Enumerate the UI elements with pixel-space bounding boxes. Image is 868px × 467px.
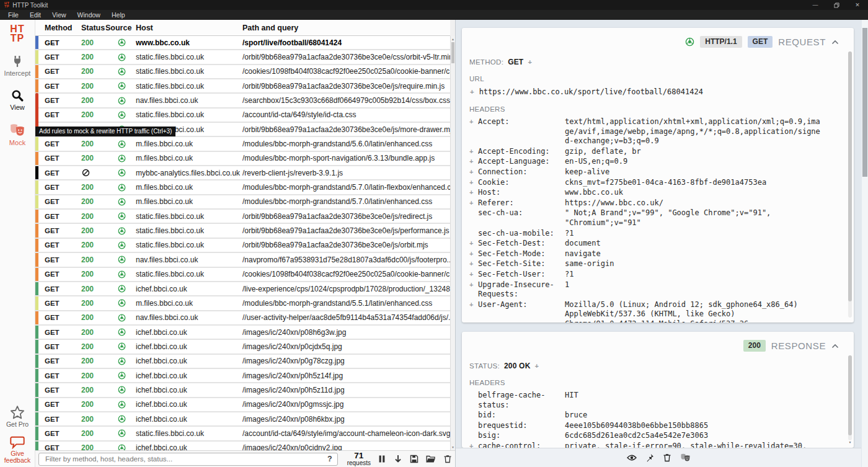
sidebar-item-view[interactable]: View	[10, 89, 25, 111]
add-icon[interactable]: +	[469, 178, 478, 188]
add-icon[interactable]: +	[469, 147, 478, 157]
add-icon[interactable]: +	[469, 280, 478, 300]
filter-box[interactable]: ?	[38, 453, 338, 466]
sidebar-item-intercept[interactable]: Intercept	[4, 55, 31, 77]
header-row[interactable]: belfrage-cache-status: HIT	[469, 391, 844, 410]
header-row[interactable]: + Accept: text/html,application/xhtml+xm…	[469, 117, 844, 146]
add-icon[interactable]: +	[469, 157, 478, 167]
pause-icon[interactable]	[378, 455, 386, 463]
header-row[interactable]: + Accept-Encoding: gzip, deflate, br	[469, 147, 844, 157]
delete-icon[interactable]	[443, 455, 452, 463]
header-row[interactable]: + Connection: keep-alive	[469, 167, 844, 177]
add-icon[interactable]: +	[469, 442, 478, 448]
pull-down-icon[interactable]	[394, 455, 402, 463]
add-icon[interactable]	[469, 431, 478, 441]
add-icon[interactable]: +	[528, 58, 531, 66]
menu-edit[interactable]: Edit	[24, 11, 46, 19]
header-row[interactable]: + Sec-Fetch-User: ?1	[469, 270, 844, 280]
table-row[interactable]: GET 200 ichef.bbci.co.uk /images/ic/240x…	[35, 326, 450, 340]
add-icon[interactable]: +	[469, 239, 478, 249]
add-icon[interactable]: +	[469, 270, 478, 280]
mock-icon[interactable]	[680, 453, 691, 462]
save-icon[interactable]	[410, 455, 418, 463]
table-row[interactable]: GET 200 ichef.bbci.co.uk /images/ic/240x…	[35, 383, 450, 398]
header-row[interactable]: + Sec-Fetch-Mode: navigate	[469, 249, 844, 259]
table-row[interactable]: GET 200 static.files.bbci.co.uk /cookies…	[35, 268, 450, 282]
add-icon[interactable]: +	[469, 300, 478, 322]
response-card-header[interactable]: 200 RESPONSE	[462, 332, 854, 352]
pane-scrollbar[interactable]	[862, 20, 868, 467]
close-button[interactable]: ✕	[847, 0, 868, 10]
table-row[interactable]: GET 200 static.files.bbci.co.uk /orbit/9…	[35, 50, 450, 64]
table-row[interactable]: GET 200 nav.files.bbci.co.uk /searchbox/…	[35, 94, 450, 108]
table-row[interactable]: GET 200 ichef.bbci.co.uk /images/ic/240x…	[35, 355, 450, 369]
url-value[interactable]: https://www.bbc.co.uk/sport/live/footbal…	[479, 87, 703, 96]
header-row[interactable]: + Sec-Fetch-Site: same-origin	[469, 259, 844, 269]
filter-input[interactable]	[44, 455, 327, 463]
table-row[interactable]: GET 200 m.files.bbci.co.uk /modules/bbc-…	[35, 296, 450, 311]
table-row[interactable]: GET 200 m.files.bbci.co.uk /modules/bbc-…	[35, 195, 450, 210]
add-icon[interactable]	[469, 411, 478, 420]
header-row[interactable]: sec-ch-ua-mobile: ?1	[469, 229, 844, 239]
scroll-down-arrow-icon[interactable]: ▼	[451, 445, 455, 449]
table-row[interactable]: GET 200 m.files.bbci.co.uk /modules/bbc-…	[35, 180, 450, 195]
add-icon[interactable]	[469, 229, 478, 239]
table-scrollbar[interactable]: ▲ ▼	[450, 36, 455, 450]
request-card-header[interactable]: HTTP/1.1 GET REQUEST	[462, 28, 854, 48]
add-icon[interactable]: +	[469, 259, 478, 269]
add-icon[interactable]: +	[469, 249, 478, 259]
get-pro-button[interactable]: Get Pro	[6, 405, 29, 428]
add-icon[interactable]: +	[535, 362, 539, 370]
add-icon[interactable]	[469, 391, 478, 410]
add-icon[interactable]	[469, 208, 478, 228]
add-icon[interactable]: +	[469, 188, 478, 198]
scroll-up-arrow-icon[interactable]: ▲	[451, 37, 455, 41]
table-row[interactable]: GET 200 ichef.bbci.co.uk /images/ic/240x…	[35, 398, 450, 412]
request-card-scrollbar[interactable]	[848, 51, 852, 318]
header-row[interactable]: + Accept-Language: en-US,en;q=0.9	[469, 157, 844, 167]
open-folder-icon[interactable]	[426, 455, 436, 463]
menu-help[interactable]: Help	[106, 11, 131, 19]
table-row[interactable]: GET 200 ichef.bbci.co.uk /images/ic/240x…	[35, 412, 450, 427]
menu-window[interactable]: Window	[72, 11, 106, 19]
header-row[interactable]: + Upgrade-Insecure-Requests: 1	[469, 280, 844, 300]
table-row[interactable]: GET 200 www.bbc.co.uk /sport/live/footba…	[35, 36, 450, 50]
maximize-button[interactable]	[826, 0, 847, 10]
header-row[interactable]: + cache-control: private, stale-if-error…	[469, 442, 844, 448]
filter-help-icon[interactable]: ?	[327, 455, 332, 463]
pin-icon[interactable]	[645, 453, 654, 462]
table-row[interactable]: GET 200 ichef.bbci.co.uk /images/ic/240x…	[35, 340, 450, 354]
header-row[interactable]: + Referer: https://www.bbc.co.uk/	[469, 198, 844, 208]
header-row[interactable]: + Sec-Fetch-Dest: document	[469, 239, 844, 249]
table-row[interactable]: GET 200 static.files.bbci.co.uk /account…	[35, 109, 450, 123]
table-row[interactable]: GET 200 m.files.bbci.co.uk /modules/bbc-…	[35, 137, 450, 151]
table-row[interactable]: GET 200 static.files.bbci.co.uk /orbit/9…	[35, 224, 450, 238]
header-row[interactable]: brequestid: 4eee105b60944038b0e6bbe150bb…	[469, 421, 844, 431]
header-row[interactable]: + Cookie: ckns_mvt=f275be01-04ca-4163-8f…	[469, 178, 844, 188]
chevron-up-icon[interactable]	[831, 40, 839, 45]
table-row[interactable]: GET 200 static.files.bbci.co.uk /orbit/9…	[35, 79, 450, 94]
minimize-button[interactable]: —	[805, 0, 826, 10]
delete-icon[interactable]	[663, 453, 671, 462]
table-row[interactable]: GET 200 ichef.bbci.co.uk /images/ic/240x…	[35, 369, 450, 383]
header-row[interactable]: bid: bruce	[469, 411, 844, 420]
table-row[interactable]: GET 200 nav.files.bbci.co.uk //user-acti…	[35, 311, 450, 326]
add-icon[interactable]: +	[469, 117, 478, 146]
table-row[interactable]: GET 200 static.files.bbci.co.uk /account…	[35, 427, 450, 441]
table-row[interactable]: GET 200 m.files.bbci.co.uk /modules/bbc-…	[35, 152, 450, 166]
table-row[interactable]: GET 200 static.files.bbci.co.uk /orbit/9…	[35, 239, 450, 253]
sidebar-item-mock[interactable]: Mock	[9, 123, 25, 146]
table-row[interactable]: GET 200 static.files.bbci.co.uk /orbit/9…	[35, 210, 450, 224]
add-icon[interactable]	[469, 421, 478, 431]
add-icon[interactable]: +	[469, 198, 478, 208]
add-icon[interactable]: +	[470, 87, 474, 96]
table-row[interactable]: GET mybbc-analytics.files.bbci.co.uk /re…	[35, 166, 450, 180]
header-row[interactable]: + User-Agent: Mozilla/5.0 (Linux; Androi…	[469, 300, 844, 322]
header-row[interactable]: bsig: 6cdc685d261ea0cd2c5a4e542e7e3063	[469, 431, 844, 441]
eye-icon[interactable]	[627, 454, 637, 461]
response-card-scrollbar[interactable]: ▼	[848, 355, 852, 440]
give-feedback-button[interactable]: Give feedback	[2, 435, 32, 464]
table-scrollbar-thumb[interactable]	[451, 42, 454, 63]
menu-file[interactable]: File	[2, 11, 24, 19]
chevron-up-icon[interactable]	[831, 344, 839, 349]
